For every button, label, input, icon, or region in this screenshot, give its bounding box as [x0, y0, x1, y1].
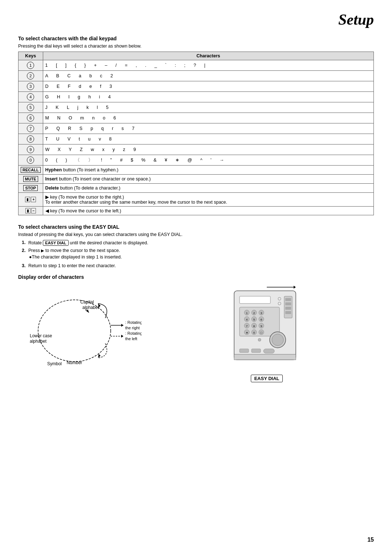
svg-text:3: 3: [261, 311, 262, 315]
key-9: 9: [27, 146, 34, 153]
table-row-stop: STOP Delete button (To delete a characte…: [19, 184, 374, 193]
key-3: 3: [27, 83, 34, 90]
svg-text:∗: ∗: [246, 331, 248, 334]
lowercase-label: Lower case: [30, 333, 52, 338]
chars-3: D E F d e f 3: [43, 81, 373, 92]
fax-machine-svg: 1 2 3 4 5 6 7 8: [230, 284, 303, 371]
svg-rect-51: [234, 354, 296, 360]
rotate-right-label: : Rotating to: [125, 320, 142, 325]
chars-7: P Q R S p q r s 7: [43, 123, 373, 134]
fax-diagram-container: 1 2 3 4 5 6 7 8: [152, 284, 374, 382]
table-header-keys: Keys: [19, 52, 43, 60]
svg-text:4: 4: [246, 318, 248, 321]
key-0: 0: [27, 156, 34, 164]
svg-text:6: 6: [261, 318, 262, 321]
step-1-text: Rotate EASY DIAL until the desired chara…: [28, 240, 148, 246]
svg-rect-12: [240, 296, 270, 304]
svg-text:7: 7: [246, 325, 248, 328]
table-row: 5 J K L j k l 5: [19, 102, 374, 113]
step-1: 1. Rotate EASY DIAL until the desired ch…: [22, 240, 374, 246]
svg-text:9: 9: [261, 325, 262, 328]
table-row: 3 D E F d e f 3: [19, 81, 374, 92]
minus-key-icon: ▮–: [25, 208, 36, 213]
circle-diagram-container: Capital alphabet Number Lower case alpha…: [18, 284, 152, 372]
table-row-plus: ▮+ ▶ key (To move the cursor to the righ…: [19, 193, 374, 207]
key-6: 6: [27, 114, 34, 122]
stop-desc: Delete button (To delete a character.): [43, 184, 373, 193]
page-number: 15: [367, 537, 374, 543]
section2-subtext: Instead of pressing the dial keys, you c…: [18, 232, 374, 237]
table-row: 0 0 ( ) 〈 〉 ! " # $ % & ¥ ∗ @ ^ ' →: [19, 155, 374, 166]
circle-diagram-svg: Capital alphabet Number Lower case alpha…: [18, 284, 142, 371]
svg-text:0: 0: [253, 331, 255, 334]
svg-marker-4: [121, 324, 123, 327]
key-5: 5: [27, 104, 34, 111]
alphabet-label: alphabet: [82, 305, 99, 310]
bullet-text: ●The character displayed in step 1 is in…: [29, 254, 122, 260]
table-row: 9 W X Y Z w x y z 9: [19, 144, 374, 155]
table-row-recall: RECALL Hyphen button (To insert a hyphen…: [19, 166, 374, 175]
rotate-right-label2: the right: [125, 326, 140, 330]
step-2-text: Press ▶ to move the cursor to the next s…: [28, 248, 120, 253]
chars-2: A B C a b c 2: [43, 71, 373, 81]
section3: Display order of characters Capital alph…: [18, 274, 374, 382]
mute-key: MUTE: [23, 176, 38, 182]
table-row: 2 A B C a b c 2: [19, 71, 374, 81]
symbol-label: Symbol: [47, 361, 62, 366]
easy-dial-ref: EASY DIAL: [43, 240, 68, 246]
arrow-right-icon: ▶: [41, 248, 44, 253]
character-table: Keys Characters 1 1 [ ] { } + – / = , . …: [18, 52, 374, 215]
step-2: 2. Press ▶ to move the cursor to the nex…: [22, 248, 374, 261]
table-row-minus: ▮– ◀ key (To move the cursor to the left…: [19, 207, 374, 215]
table-row: 6 M N O m n o 6: [19, 113, 374, 123]
step-3-text: Return to step 1 to enter the next chara…: [28, 263, 116, 268]
section1-subtext: Pressing the dial keys will select a cha…: [18, 44, 374, 49]
svg-point-45: [258, 338, 261, 341]
chars-6: M N O m n o 6: [43, 113, 373, 123]
bottom-layout: Capital alphabet Number Lower case alpha…: [18, 284, 374, 382]
steps-list: 1. Rotate EASY DIAL until the desired ch…: [22, 240, 374, 268]
svg-text:□: □: [261, 331, 262, 334]
table-row: 8 T U V t u v 8: [19, 134, 374, 144]
stop-key: STOP: [23, 185, 38, 191]
capital-label: Capital: [80, 300, 94, 305]
step-2-bullet: ●The character displayed in step 1 is in…: [29, 254, 122, 260]
section2-heading: To select characters using the EASY DIAL: [18, 224, 374, 230]
lowercase-alpha-label: alphabet: [30, 339, 47, 344]
rotate-left-label2: the left: [125, 337, 137, 341]
svg-rect-19: [285, 311, 291, 314]
svg-text:1: 1: [246, 311, 248, 315]
svg-text:8: 8: [253, 325, 255, 328]
chars-5: J K L j k l 5: [43, 102, 373, 113]
key-4: 4: [27, 93, 34, 101]
chars-0: 0 ( ) 〈 〉 ! " # $ % & ¥ ∗ @ ^ ' →: [43, 155, 373, 166]
minus-desc: ◀ key (To move the cursor to the left.): [43, 207, 373, 215]
key-2: 2: [27, 72, 34, 80]
svg-rect-50: [264, 349, 274, 353]
table-row: 7 P Q R S p q r s 7: [19, 123, 374, 134]
chars-9: W X Y Z w x y z 9: [43, 144, 373, 155]
svg-rect-16: [285, 298, 291, 301]
table-header-chars: Characters: [43, 52, 373, 60]
page-title: Setup: [18, 11, 374, 28]
plus-key-icon: ▮+: [25, 197, 36, 202]
svg-rect-49: [252, 349, 261, 353]
section2: To select characters using the EASY DIAL…: [18, 224, 374, 268]
svg-text:5: 5: [253, 318, 255, 321]
step-3-num: 3.: [22, 263, 27, 268]
recall-key: RECALL: [21, 167, 41, 173]
svg-marker-6: [121, 335, 123, 338]
chars-4: G H I g h i 4: [43, 92, 373, 102]
svg-rect-18: [285, 307, 291, 310]
table-row: 4 G H I g h i 4: [19, 92, 374, 102]
section1-heading: To select characters with the dial keypa…: [18, 36, 374, 41]
svg-text:2: 2: [253, 311, 255, 315]
chars-8: T U V t u v 8: [43, 134, 373, 144]
step-3: 3. Return to step 1 to enter the next ch…: [22, 263, 374, 268]
svg-point-0: [38, 300, 111, 362]
section1: To select characters with the dial keypa…: [18, 36, 374, 215]
easy-dial-label: EASY DIAL: [251, 375, 282, 382]
number-label: Number: [67, 360, 82, 365]
chars-1: 1 [ ] { } + – / = , . _ ` : ; ? |: [43, 60, 373, 71]
step-2-num: 2.: [22, 248, 27, 253]
